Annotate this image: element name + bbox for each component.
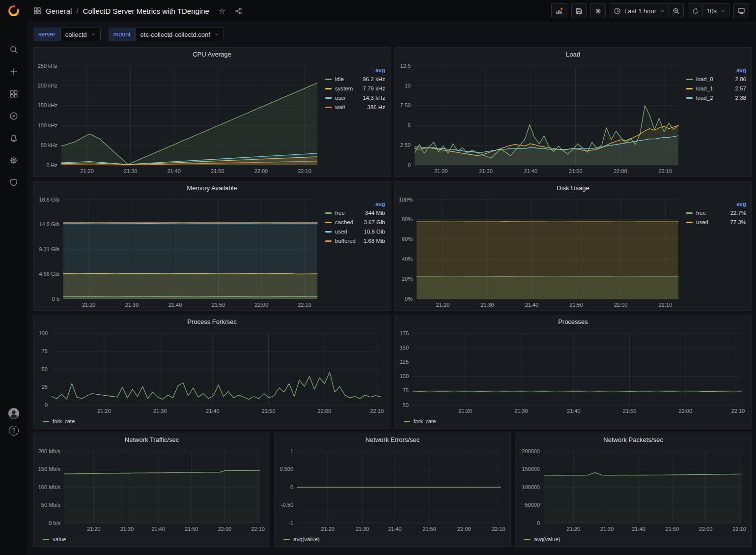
svg-text:21:20: 21:20: [97, 408, 111, 414]
search-icon[interactable]: [8, 44, 19, 55]
series-name: avg(value): [293, 536, 320, 542]
star-icon[interactable]: ☆: [219, 6, 225, 16]
grafana-logo-icon: [7, 4, 20, 17]
legend-item[interactable]: used77.3%: [686, 219, 746, 225]
tv-kiosk-mode-button[interactable]: [733, 3, 749, 18]
svg-text:21:20: 21:20: [80, 168, 94, 174]
svg-text:50 Mb/s: 50 Mb/s: [41, 502, 61, 508]
svg-text:21:50: 21:50: [666, 526, 679, 532]
panel-network-packets: Network Packets/sec 21:2021:3021:4021:50…: [515, 433, 752, 547]
series-name: value: [53, 536, 66, 542]
panel-title[interactable]: CPU Average: [34, 48, 390, 61]
svg-text:100%: 100%: [399, 197, 413, 203]
chart-plot[interactable]: 21:2021:3021:4021:5022:0022:100 Hz50 kHz…: [36, 61, 325, 175]
chart-plot[interactable]: 21:2021:3021:4021:5022:0022:105075100125…: [397, 328, 749, 415]
chevron-down-icon: [720, 8, 726, 14]
series-name: wait: [335, 104, 345, 110]
series-name: used: [335, 229, 347, 234]
user-avatar[interactable]: [8, 408, 19, 419]
legend-item[interactable]: used10.8 Gib: [325, 229, 385, 234]
svg-text:125: 125: [400, 359, 409, 365]
legend-item[interactable]: load_22.38: [686, 95, 746, 101]
legend-item[interactable]: user14.3 kHz: [325, 95, 385, 101]
breadcrumb-folder[interactable]: General: [46, 7, 72, 15]
legend-avg-header[interactable]: avg: [686, 67, 746, 73]
series-avg-value: 2.38: [735, 95, 746, 101]
chart-plot[interactable]: 21:2021:3021:4021:5022:0022:100500001000…: [517, 446, 749, 533]
dashboard-settings-button[interactable]: [590, 3, 606, 18]
chart-plot[interactable]: 21:2021:3021:4021:5022:0022:10-1-0.5000.…: [277, 446, 508, 533]
legend-item[interactable]: wait386 Hz: [325, 104, 385, 110]
legend-item[interactable]: free344 Mib: [325, 210, 385, 216]
help-icon[interactable]: ?: [9, 426, 19, 436]
series-color-dash: [43, 421, 49, 422]
panel-title[interactable]: Processes: [395, 315, 751, 328]
legend-item[interactable]: load_02.86: [686, 76, 746, 82]
legend-avg-header[interactable]: avg: [325, 67, 385, 73]
svg-text:150 Mb/s: 150 Mb/s: [38, 466, 61, 472]
zoom-out-button[interactable]: [669, 3, 684, 18]
svg-text:9.31 Gib: 9.31 Gib: [39, 246, 59, 252]
series-color-dash: [325, 231, 332, 233]
explore-compass-icon[interactable]: [8, 111, 19, 121]
legend-avg-header[interactable]: avg: [686, 201, 746, 207]
time-range-picker[interactable]: Last 1 hour: [610, 3, 669, 18]
svg-text:21:50: 21:50: [422, 526, 436, 532]
chart-plot[interactable]: 21:2021:3021:4021:5022:0022:100255075100: [36, 328, 388, 415]
panel-title[interactable]: Network Packets/sec: [515, 433, 751, 446]
legend-item[interactable]: system7.79 kHz: [325, 86, 385, 91]
save-dashboard-button[interactable]: [571, 3, 587, 18]
server-admin-shield-icon[interactable]: [8, 177, 19, 188]
dashboards-icon[interactable]: [8, 88, 19, 99]
panel-title[interactable]: Memory Available: [34, 181, 390, 195]
legend-item[interactable]: load_12.57: [686, 86, 746, 91]
legend-item[interactable]: free22.7%: [686, 210, 746, 216]
chart-plot[interactable]: 21:2021:3021:4021:5022:0022:100 b/s50 Mb…: [36, 446, 268, 533]
chart-plot[interactable]: 21:2021:3021:4021:5022:0022:100 b4.66 Gi…: [36, 195, 325, 309]
refresh-button[interactable]: [688, 3, 703, 18]
legend-item[interactable]: avg(value): [283, 536, 320, 542]
svg-text:100: 100: [39, 330, 48, 336]
series-color-dash: [686, 97, 693, 99]
panel-title[interactable]: Process Fork/sec: [34, 315, 390, 328]
svg-text:22:10: 22:10: [251, 526, 265, 532]
panel-title[interactable]: Network Errors/sec: [275, 433, 510, 446]
chart-legend: avgload_02.86load_12.57load_22.38: [686, 61, 749, 175]
svg-text:75: 75: [403, 387, 409, 393]
series-avg-value: 2.57: [735, 86, 746, 91]
panel-title[interactable]: Disk Usage: [395, 181, 751, 195]
chart-plot[interactable]: 21:2021:3021:4021:5022:0022:1002.5057.50…: [397, 61, 686, 175]
legend-item[interactable]: fork_rate: [404, 418, 436, 424]
alerting-bell-icon[interactable]: [8, 133, 19, 144]
panel-title[interactable]: Load: [395, 48, 751, 61]
series-name: load_2: [696, 95, 713, 101]
chart-plot[interactable]: 21:2021:3021:4021:5022:0022:100%20%40%60…: [397, 195, 686, 309]
panel-network-traffic: Network Traffic/sec 21:2021:3021:4021:50…: [33, 433, 270, 547]
legend-item[interactable]: cached3.67 Gib: [325, 219, 385, 225]
grafana-logo[interactable]: [0, 0, 28, 22]
panel-title[interactable]: Network Traffic/sec: [34, 433, 270, 446]
share-icon[interactable]: [235, 7, 242, 15]
create-plus-icon[interactable]: [8, 66, 19, 77]
legend-item[interactable]: buffered1.68 Mib: [325, 238, 385, 244]
configuration-gear-icon[interactable]: [8, 155, 19, 166]
svg-text:22:00: 22:00: [254, 168, 268, 174]
series-name: fork_rate: [414, 418, 436, 424]
refresh-interval-picker[interactable]: 10s: [702, 3, 729, 18]
legend-item[interactable]: fork_rate: [43, 418, 75, 424]
legend-item[interactable]: value: [43, 536, 66, 542]
add-panel-icon: [555, 7, 563, 15]
legend-item[interactable]: idle96.2 kHz: [325, 76, 385, 82]
time-range-label: Last 1 hour: [624, 7, 656, 15]
svg-text:21:40: 21:40: [388, 526, 402, 532]
variable-mount-value-dropdown[interactable]: etc-collectd-collectd.conf: [136, 28, 224, 41]
svg-text:0%: 0%: [405, 296, 413, 302]
dashboard-title[interactable]: CollectD Server Metrics with TDengine: [83, 7, 209, 15]
svg-text:21:20: 21:20: [567, 526, 581, 532]
svg-text:200000: 200000: [522, 448, 540, 454]
legend-avg-header[interactable]: avg: [325, 201, 385, 207]
svg-text:75: 75: [42, 348, 48, 354]
legend-item[interactable]: avg(value): [524, 536, 560, 542]
variable-server-value-dropdown[interactable]: collectd: [60, 28, 101, 41]
add-panel-button[interactable]: [551, 3, 567, 18]
